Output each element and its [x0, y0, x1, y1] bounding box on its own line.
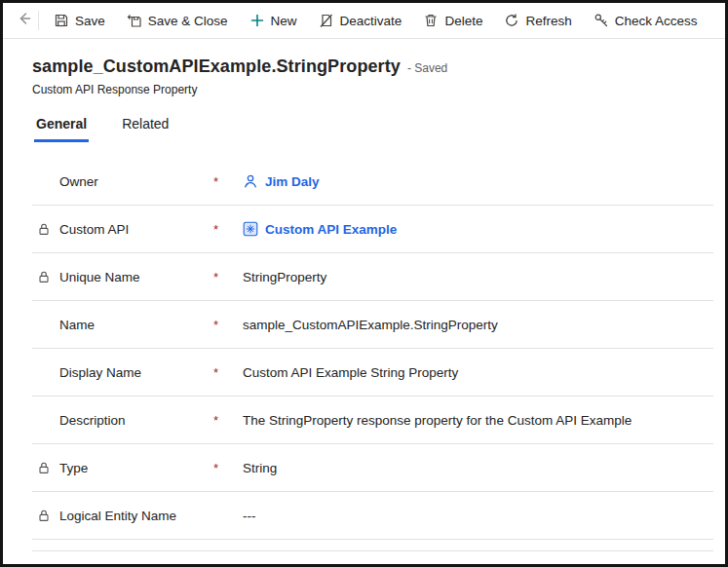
save-and-close-button[interactable]: Save & Close	[116, 3, 239, 38]
save-label: Save	[75, 14, 105, 28]
field-label: Name	[59, 318, 213, 332]
app-window: Save Save & Close New Deactivate Delete	[0, 0, 728, 567]
person-icon	[243, 173, 258, 189]
required-marker: *	[213, 270, 233, 284]
form-tabs: General Related	[3, 114, 725, 142]
command-bar: Save Save & Close New Deactivate Delete	[3, 3, 725, 39]
display-name-value[interactable]: Custom API Example String Property	[233, 365, 713, 380]
save-status-text: - Saved	[407, 61, 447, 75]
tab-related[interactable]: Related	[120, 114, 171, 142]
deactivate-icon	[319, 13, 334, 28]
delete-label: Delete	[444, 14, 482, 28]
field-label: Display Name	[59, 365, 213, 380]
check-access-button[interactable]: Check Access	[583, 3, 709, 38]
required-marker: *	[213, 365, 233, 380]
form-section-general: Owner * Jim Daly Custom API * Custom API…	[32, 158, 713, 551]
required-marker: *	[213, 461, 233, 475]
required-marker: *	[213, 174, 233, 189]
refresh-icon	[504, 13, 519, 28]
field-row-display-name: Display Name * Custom API Example String…	[32, 349, 713, 397]
field-row-logical-entity-name: Logical Entity Name ---	[32, 492, 713, 540]
save-and-close-label: Save & Close	[148, 14, 228, 28]
delete-icon	[423, 13, 439, 28]
lock-icon	[38, 510, 59, 522]
tab-general[interactable]: General	[34, 114, 89, 142]
record-header: sample_CustomAPIExample.StringProperty -…	[3, 39, 725, 96]
field-label: Custom API	[59, 222, 213, 237]
type-value[interactable]: String	[233, 461, 713, 475]
custom-api-lookup-value[interactable]: Custom API Example	[233, 221, 713, 237]
field-row-type: Type * String	[32, 444, 713, 492]
field-label: Description	[59, 413, 213, 428]
save-icon	[54, 13, 69, 28]
back-button[interactable]	[9, 3, 38, 38]
field-label: Logical Entity Name	[59, 509, 213, 523]
owner-link-text[interactable]: Jim Daly	[265, 174, 320, 189]
field-label: Unique Name	[59, 270, 213, 284]
field-label: Owner	[59, 174, 213, 189]
logical-entity-name-value[interactable]: ---	[233, 509, 713, 523]
field-label: Type	[59, 461, 213, 475]
lock-icon	[38, 462, 59, 474]
required-marker: *	[213, 222, 233, 237]
delete-button[interactable]: Delete	[412, 3, 493, 38]
empty-row	[32, 540, 713, 551]
deactivate-button[interactable]: Deactivate	[308, 3, 413, 38]
owner-lookup-value[interactable]: Jim Daly	[233, 173, 713, 189]
plus-icon	[249, 13, 265, 28]
unique-name-value[interactable]: StringProperty	[233, 270, 713, 284]
field-row-unique-name: Unique Name * StringProperty	[32, 253, 713, 301]
field-row-description: Description * The StringProperty respons…	[32, 397, 713, 444]
required-marker: *	[213, 413, 233, 428]
lock-icon	[38, 223, 59, 236]
new-label: New	[271, 14, 297, 28]
required-marker: *	[213, 318, 233, 332]
custom-api-record-icon	[243, 221, 258, 237]
deactivate-label: Deactivate	[340, 14, 402, 28]
back-arrow-icon	[16, 11, 31, 30]
check-access-label: Check Access	[615, 14, 698, 28]
custom-api-link-text[interactable]: Custom API Example	[265, 222, 397, 237]
toolbar-divider	[38, 11, 39, 30]
record-type-subtitle: Custom API Response Property	[32, 83, 725, 96]
refresh-label: Refresh	[525, 14, 571, 28]
new-button[interactable]: New	[239, 3, 308, 38]
save-close-icon	[127, 13, 142, 28]
check-access-icon	[594, 13, 609, 28]
lock-icon	[38, 271, 59, 284]
field-row-owner: Owner * Jim Daly	[32, 158, 713, 206]
refresh-button[interactable]: Refresh	[493, 3, 582, 38]
page-title: sample_CustomAPIExample.StringProperty	[32, 57, 401, 77]
field-row-custom-api: Custom API * Custom API Example	[32, 206, 713, 253]
save-button[interactable]: Save	[43, 3, 116, 38]
name-value[interactable]: sample_CustomAPIExample.StringProperty	[233, 318, 713, 332]
description-value[interactable]: The StringProperty response property for…	[233, 413, 713, 428]
field-row-name: Name * sample_CustomAPIExample.StringPro…	[32, 301, 713, 349]
